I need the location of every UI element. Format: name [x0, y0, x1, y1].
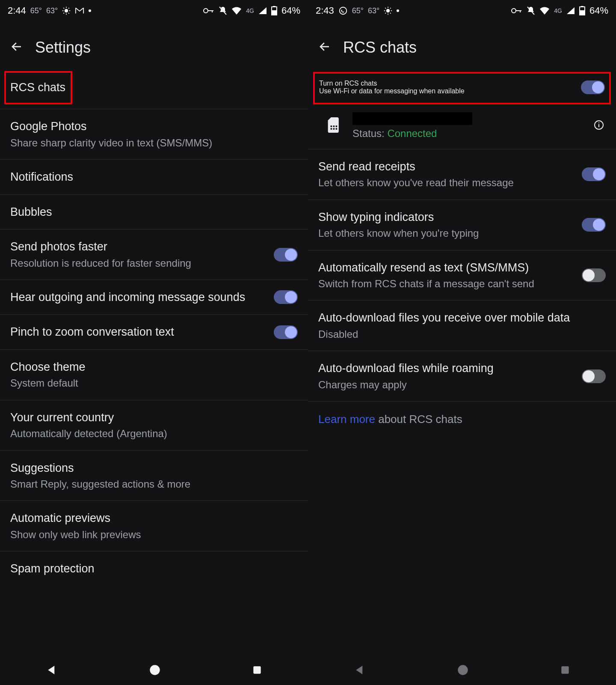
toggle-auto-download-roaming[interactable]: [582, 369, 606, 383]
status-label: Status:: [352, 128, 387, 139]
row-title: Auto-download files you receive over mob…: [318, 310, 597, 325]
clock: 2:43: [316, 5, 334, 16]
wifi-icon: [231, 7, 242, 15]
row-sub: Switch from RCS chats if a message can't…: [318, 277, 573, 291]
battery-icon: [579, 6, 585, 15]
nav-recents-icon[interactable]: [252, 664, 263, 677]
back-icon[interactable]: [318, 40, 331, 55]
row-turn-on-rcs[interactable]: Turn on RCS chats Use Wi-Fi or data for …: [313, 72, 611, 104]
row-title: Spam protection: [10, 561, 289, 576]
toggle-hear-sounds[interactable]: [274, 290, 298, 304]
svg-point-21: [386, 9, 390, 12]
svg-point-46: [598, 122, 599, 123]
toggle-read-receipts[interactable]: [582, 167, 606, 181]
svg-point-18: [150, 665, 160, 675]
svg-rect-43: [336, 128, 338, 130]
row-sub: Smart Reply, suggested actions & more: [10, 477, 289, 491]
screen-settings: 2:44 65° 63° 4G: [0, 0, 308, 685]
row-country[interactable]: Your current country Automatically detec…: [0, 400, 308, 451]
svg-rect-36: [580, 10, 585, 15]
battery-icon: [271, 6, 277, 15]
learn-more-row: Learn more about RCS chats: [308, 402, 616, 437]
row-rcs-chats[interactable]: RCS chats: [0, 72, 308, 109]
svg-rect-42: [333, 128, 335, 130]
row-sub: Disabled: [318, 328, 597, 341]
nav-bar: [308, 664, 616, 678]
svg-line-8: [68, 8, 69, 9]
svg-point-47: [458, 665, 468, 675]
svg-rect-19: [253, 666, 261, 673]
row-google-photos[interactable]: Google Photos Share sharp clarity video …: [0, 109, 308, 160]
learn-more-link[interactable]: Learn more: [318, 413, 375, 426]
row-auto-download-mobile[interactable]: Auto-download files you receive over mob…: [308, 301, 616, 351]
battery-pct: 64%: [589, 5, 608, 16]
row-auto-download-roaming[interactable]: Auto-download files while roaming Charge…: [308, 351, 616, 402]
status-bar: 2:43 65° 63° 4G: [308, 0, 616, 21]
row-title: Show typing indicators: [318, 209, 573, 225]
svg-line-26: [385, 8, 386, 9]
row-sub: Charges may apply: [318, 378, 573, 392]
svg-rect-38: [331, 125, 332, 127]
nav-home-icon[interactable]: [457, 664, 469, 678]
row-typing-indicators[interactable]: Show typing indicators Let others know w…: [308, 200, 616, 250]
toggle-turn-on-rcs[interactable]: [581, 80, 605, 94]
row-pinch-zoom[interactable]: Pinch to zoom conversation text: [0, 315, 308, 349]
bell-off-icon: [219, 6, 227, 15]
row-title: Send photos faster: [10, 239, 265, 254]
row-title: Automatic previews: [10, 510, 289, 526]
row-bubbles[interactable]: Bubbles: [0, 195, 308, 229]
learn-more-rest: about RCS chats: [375, 413, 462, 426]
svg-rect-39: [333, 125, 335, 127]
battery-pct: 64%: [281, 5, 300, 16]
row-sub: Share sharp clarity video in text (SMS/M…: [10, 136, 289, 150]
page-title: RCS chats: [343, 39, 417, 57]
row-notifications[interactable]: Notifications: [0, 160, 308, 194]
row-choose-theme[interactable]: Choose theme System default: [0, 350, 308, 400]
svg-line-7: [64, 13, 65, 14]
svg-point-0: [65, 9, 68, 12]
network-label: 4G: [554, 7, 562, 14]
row-spam-protection[interactable]: Spam protection: [0, 551, 308, 586]
svg-line-29: [390, 8, 391, 9]
nav-recents-icon[interactable]: [560, 664, 571, 677]
row-read-receipts[interactable]: Send read receipts Let others know you'v…: [308, 149, 616, 200]
row-hear-sounds[interactable]: Hear outgoing and incoming message sound…: [0, 280, 308, 315]
row-suggestions[interactable]: Suggestions Smart Reply, suggested actio…: [0, 451, 308, 501]
row-sub: Use Wi-Fi or data for messaging when ava…: [319, 87, 572, 95]
toggle-send-photos-faster[interactable]: [274, 248, 298, 262]
settings-list: RCS chats Google Photos Share sharp clar…: [0, 72, 308, 586]
nav-bar: [0, 664, 308, 678]
info-icon[interactable]: [594, 120, 604, 132]
back-icon[interactable]: [10, 40, 23, 55]
row-auto-resend-sms[interactable]: Automatically resend as text (SMS/MMS) S…: [308, 250, 616, 301]
row-sub: Resolution is reduced for faster sending: [10, 256, 265, 270]
nav-back-icon[interactable]: [45, 664, 58, 678]
sim-status: Status: Connected: [352, 128, 582, 140]
whatsapp-icon: [338, 6, 348, 15]
signal-icon: [566, 7, 575, 15]
row-title: Bubbles: [10, 204, 289, 220]
row-send-photos-faster[interactable]: Send photos faster Resolution is reduced…: [0, 229, 308, 280]
svg-point-9: [204, 9, 208, 13]
svg-line-5: [64, 8, 65, 9]
temp-hi: 65°: [30, 6, 42, 15]
row-automatic-previews[interactable]: Automatic previews Show only web link pr…: [0, 501, 308, 551]
nav-back-icon[interactable]: [353, 664, 366, 678]
app-bar: RCS chats: [308, 21, 616, 72]
sim-status-row[interactable]: Status: Connected: [308, 104, 616, 149]
svg-line-27: [390, 13, 391, 14]
row-sub: Let others know you've read their messag…: [318, 176, 573, 190]
bell-off-icon: [527, 6, 535, 15]
toggle-typing-indicators[interactable]: [582, 218, 606, 232]
row-sub: Let others know when you're typing: [318, 226, 573, 240]
nav-home-icon[interactable]: [149, 664, 161, 678]
row-sub: Show only web link previews: [10, 528, 289, 542]
svg-point-30: [512, 9, 516, 13]
screen-rcs-chats: 2:43 65° 63° 4G: [308, 0, 616, 685]
row-title: RCS chats: [10, 80, 65, 95]
more-notif-dot: [89, 9, 91, 12]
svg-line-28: [385, 13, 386, 14]
toggle-pinch-zoom[interactable]: [274, 325, 298, 339]
page-title: Settings: [35, 39, 91, 57]
toggle-auto-resend-sms[interactable]: [582, 268, 606, 282]
